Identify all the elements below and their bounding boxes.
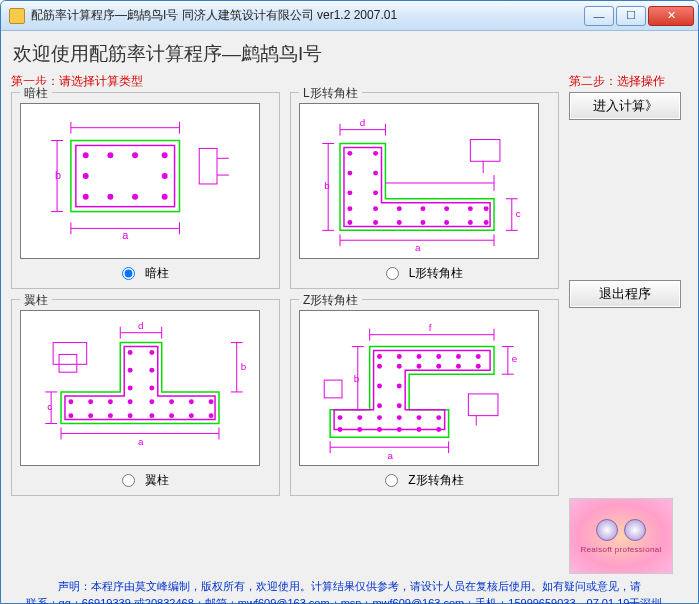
svg-point-2	[83, 152, 89, 158]
svg-point-7	[162, 173, 168, 179]
svg-point-40	[373, 220, 378, 225]
svg-point-29	[373, 171, 378, 176]
svg-rect-12	[199, 148, 217, 184]
diagram-lshape: d b c a	[299, 103, 539, 259]
svg-point-6	[83, 173, 89, 179]
step2-label: 第二步：选择操作	[569, 73, 681, 90]
svg-point-27	[373, 151, 378, 156]
svg-point-110	[456, 354, 461, 359]
svg-point-83	[128, 413, 133, 418]
svg-text:c: c	[516, 208, 521, 219]
svg-point-31	[373, 190, 378, 195]
svg-point-3	[107, 152, 113, 158]
svg-point-28	[347, 171, 352, 176]
svg-point-39	[347, 220, 352, 225]
svg-point-68	[128, 368, 133, 373]
svg-point-26	[347, 151, 352, 156]
radio-lshape-label: L形转角柱	[409, 265, 464, 282]
radio-zshape[interactable]: Z形转角柱	[299, 466, 550, 491]
page-title: 欢迎使用配筋率计算程序—鹧鸪鸟I号	[11, 39, 688, 73]
svg-text:a: a	[122, 229, 129, 241]
svg-text:d: d	[138, 320, 143, 331]
svg-text:b: b	[241, 361, 247, 372]
radio-zshape-input[interactable]	[385, 474, 398, 487]
footer-line2: 联系：qq：66919339 或20832468；邮箱：mwf609@163.c…	[17, 595, 682, 605]
svg-point-116	[456, 364, 461, 369]
group-lshape: L形转角柱	[290, 92, 559, 289]
svg-point-67	[149, 350, 154, 355]
svg-point-111	[476, 354, 481, 359]
diagram-zshape: f e b a	[299, 310, 539, 466]
enter-calc-button[interactable]: 进入计算》	[569, 92, 681, 120]
svg-point-87	[209, 413, 214, 418]
svg-point-32	[347, 206, 352, 211]
footer-line1: 声明：本程序由莫文峰编制，版权所有，欢迎使用。计算结果仅供参考，请设计人员在复核…	[17, 578, 682, 595]
radio-anzhu-input[interactable]	[122, 267, 135, 280]
radio-lshape[interactable]: L形转角柱	[299, 259, 550, 284]
svg-point-131	[397, 427, 402, 432]
svg-point-71	[149, 386, 154, 391]
svg-point-133	[436, 427, 441, 432]
svg-point-113	[397, 364, 402, 369]
svg-rect-148	[324, 380, 342, 398]
svg-point-10	[132, 194, 138, 200]
svg-point-70	[128, 386, 133, 391]
diagram-yizhu: d b c a	[20, 310, 260, 466]
titlebar: 配筋率计算程序—鹧鸪鸟I号 同济人建筑设计有限公司 ver1.2 2007.01…	[1, 1, 698, 31]
footer: 声明：本程序由莫文峰编制，版权所有，欢迎使用。计算结果仅供参考，请设计人员在复核…	[11, 578, 688, 604]
svg-point-38	[484, 206, 489, 211]
svg-point-34	[397, 206, 402, 211]
svg-point-73	[88, 399, 93, 404]
radio-yizhu-label: 翼柱	[145, 472, 169, 489]
group-zshape: Z形转角柱	[290, 299, 559, 496]
svg-point-35	[420, 206, 425, 211]
svg-point-45	[484, 220, 489, 225]
svg-point-117	[476, 364, 481, 369]
svg-point-77	[169, 399, 174, 404]
svg-point-36	[444, 206, 449, 211]
radio-anzhu[interactable]: 暗柱	[20, 259, 271, 284]
svg-point-115	[436, 364, 441, 369]
svg-rect-88	[53, 343, 87, 365]
svg-point-109	[436, 354, 441, 359]
window-controls: — ☐ ✕	[584, 6, 694, 26]
svg-point-69	[149, 368, 154, 373]
svg-point-80	[68, 413, 73, 418]
svg-text:e: e	[512, 353, 518, 364]
exit-button[interactable]: 退出程序	[569, 280, 681, 308]
radio-lshape-input[interactable]	[386, 267, 399, 280]
svg-rect-146	[468, 394, 498, 416]
minimize-button[interactable]: —	[584, 6, 614, 26]
step2-panel: 第二步：选择操作 进入计算》 退出程序 Realsoft professiona…	[569, 73, 681, 574]
svg-point-44	[468, 220, 473, 225]
svg-point-9	[107, 194, 113, 200]
radio-yizhu[interactable]: 翼柱	[20, 466, 271, 491]
svg-rect-0	[76, 145, 175, 206]
svg-point-108	[417, 354, 422, 359]
svg-point-130	[377, 427, 382, 432]
logo-text: Realsoft professional	[580, 545, 661, 554]
svg-point-42	[420, 220, 425, 225]
svg-point-119	[397, 384, 402, 389]
group-yizhu: 翼柱	[11, 299, 280, 496]
svg-rect-89	[59, 354, 77, 372]
svg-text:a: a	[138, 436, 144, 447]
svg-point-120	[377, 403, 382, 408]
maximize-button[interactable]: ☐	[616, 6, 646, 26]
window-title: 配筋率计算程序—鹧鸪鸟I号 同济人建筑设计有限公司 ver1.2 2007.01	[31, 7, 584, 24]
group-legend: Z形转角柱	[299, 292, 362, 309]
app-window: 配筋率计算程序—鹧鸪鸟I号 同济人建筑设计有限公司 ver1.2 2007.01…	[0, 0, 699, 604]
svg-point-66	[128, 350, 133, 355]
app-icon	[9, 8, 25, 24]
radio-yizhu-input[interactable]	[122, 474, 135, 487]
svg-point-129	[357, 427, 362, 432]
radio-zshape-label: Z形转角柱	[408, 472, 463, 489]
svg-text:d: d	[360, 117, 365, 128]
svg-point-132	[417, 427, 422, 432]
svg-point-106	[377, 354, 382, 359]
close-button[interactable]: ✕	[648, 6, 694, 26]
svg-point-81	[88, 413, 93, 418]
svg-point-37	[468, 206, 473, 211]
svg-rect-60	[470, 140, 500, 162]
group-legend: 暗柱	[20, 85, 52, 102]
